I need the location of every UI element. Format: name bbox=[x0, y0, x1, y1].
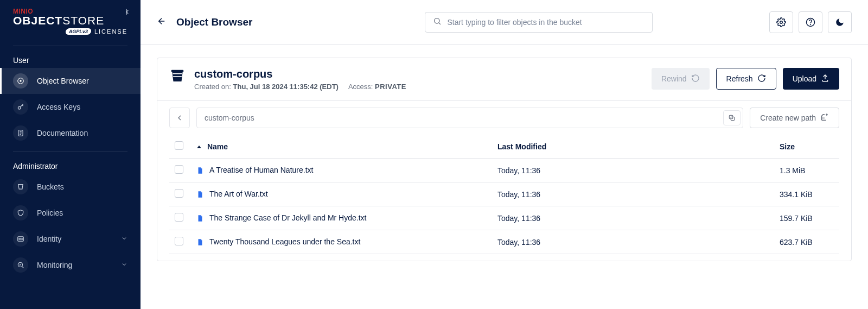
topbar: Object Browser bbox=[141, 0, 868, 45]
object-name: A Treatise of Human Nature.txt bbox=[209, 166, 313, 174]
license-badge: AGPLv3 bbox=[65, 28, 92, 35]
svg-point-7 bbox=[435, 18, 439, 23]
row-checkbox[interactable] bbox=[175, 165, 183, 174]
side-navigation: UserObject BrowserAccess KeysDocumentati… bbox=[0, 49, 141, 278]
object-name: Twenty Thousand Leagues under the Sea.tx… bbox=[209, 237, 360, 246]
chevron-down-icon bbox=[121, 261, 127, 269]
sidebar-item-monitoring[interactable]: Monitoring bbox=[0, 252, 141, 278]
object-last-modified: Today, 11:36 bbox=[497, 214, 540, 223]
svg-rect-11 bbox=[171, 70, 184, 72]
bucket-name: custom-corpus bbox=[194, 68, 643, 80]
row-checkbox[interactable] bbox=[175, 237, 183, 245]
sidebar-section-label: User bbox=[0, 49, 141, 68]
divider bbox=[13, 152, 127, 152]
upload-icon bbox=[821, 74, 829, 84]
objects-table: Name Last Modified Size A Treatise of Hu… bbox=[169, 135, 839, 254]
license-text: LICENSE bbox=[94, 28, 127, 35]
sidebar: MINIO OBJECTSTORE AGPLv3 LICENSE UserObj… bbox=[0, 0, 141, 309]
refresh-icon bbox=[757, 74, 766, 84]
table-row[interactable]: Twenty Thousand Leagues under the Sea.tx… bbox=[169, 230, 839, 254]
sidebar-item-buckets[interactable]: Buckets bbox=[0, 174, 141, 200]
shield-icon bbox=[13, 205, 28, 220]
sidebar-item-label: Identity bbox=[37, 235, 61, 243]
column-header-size[interactable]: Size bbox=[774, 135, 839, 159]
theme-toggle-button[interactable] bbox=[828, 11, 852, 33]
file-icon bbox=[196, 237, 204, 246]
row-checkbox[interactable] bbox=[175, 213, 183, 222]
sidebar-item-identity[interactable]: Identity bbox=[0, 226, 141, 252]
object-search[interactable] bbox=[425, 12, 653, 33]
bucket-icon bbox=[169, 68, 186, 86]
bucket-icon bbox=[13, 179, 28, 194]
sidebar-item-policies[interactable]: Policies bbox=[0, 200, 141, 226]
breadcrumb-back-button[interactable] bbox=[169, 108, 190, 128]
sidebar-item-access-keys[interactable]: Access Keys bbox=[0, 94, 141, 120]
svg-rect-13 bbox=[173, 76, 182, 77]
chevron-down-icon bbox=[121, 235, 127, 243]
access-value: PRIVATE bbox=[375, 83, 406, 91]
new-path-icon bbox=[820, 113, 829, 123]
sort-asc-icon bbox=[196, 142, 202, 151]
created-on-label: Created on: bbox=[194, 83, 231, 91]
create-new-path-button[interactable]: Create new path bbox=[750, 108, 839, 128]
svg-point-5 bbox=[19, 238, 21, 240]
logo: MINIO OBJECTSTORE AGPLv3 LICENSE bbox=[0, 8, 141, 40]
file-icon bbox=[196, 166, 204, 174]
access-label: Access: bbox=[348, 83, 373, 91]
settings-button[interactable] bbox=[769, 11, 793, 33]
refresh-button[interactable]: Refresh bbox=[716, 68, 776, 90]
svg-rect-12 bbox=[173, 73, 182, 74]
object-size: 334.1 KiB bbox=[780, 190, 813, 199]
disk-icon bbox=[13, 73, 28, 89]
collapse-sidebar-icon[interactable] bbox=[124, 8, 133, 18]
key-icon bbox=[13, 99, 28, 115]
file-icon bbox=[196, 213, 204, 222]
bucket-panel: custom-corpus Created on: Thu, Jul 18 20… bbox=[157, 58, 852, 261]
sidebar-item-label: Documentation bbox=[37, 129, 88, 137]
divider bbox=[13, 46, 127, 46]
svg-point-8 bbox=[780, 21, 783, 23]
main: Object Browser bbox=[141, 0, 868, 309]
sidebar-item-documentation[interactable]: Documentation bbox=[0, 120, 141, 146]
svg-point-2 bbox=[18, 106, 21, 109]
object-size: 623.7 KiB bbox=[780, 238, 813, 247]
object-name: The Strange Case of Dr Jekyll and Mr Hyd… bbox=[209, 213, 366, 222]
column-header-name[interactable]: Name bbox=[191, 135, 492, 159]
product-name: OBJECTSTORE bbox=[13, 14, 127, 27]
doc-icon bbox=[13, 125, 28, 141]
rewind-button: Rewind bbox=[652, 68, 710, 90]
sidebar-item-object-browser[interactable]: Object Browser bbox=[0, 68, 141, 94]
object-last-modified: Today, 11:36 bbox=[497, 238, 540, 247]
table-row[interactable]: A Treatise of Human Nature.txtToday, 11:… bbox=[169, 159, 839, 182]
rewind-icon bbox=[691, 74, 700, 84]
sidebar-item-label: Access Keys bbox=[37, 103, 80, 111]
sidebar-item-label: Object Browser bbox=[37, 77, 89, 85]
sidebar-item-label: Policies bbox=[37, 209, 63, 217]
breadcrumb-segment[interactable]: custom-corpus bbox=[197, 113, 262, 122]
select-all-checkbox[interactable] bbox=[175, 141, 183, 150]
copy-path-button[interactable] bbox=[723, 110, 741, 125]
row-checkbox[interactable] bbox=[175, 189, 183, 198]
back-button[interactable] bbox=[157, 16, 167, 28]
table-row[interactable]: The Art of War.txtToday, 11:36334.1 KiB bbox=[169, 182, 839, 206]
help-button[interactable] bbox=[799, 11, 822, 33]
object-last-modified: Today, 11:36 bbox=[497, 166, 540, 175]
page-title: Object Browser bbox=[176, 16, 252, 28]
file-icon bbox=[196, 190, 204, 198]
object-name: The Art of War.txt bbox=[209, 190, 268, 198]
column-header-last-modified[interactable]: Last Modified bbox=[492, 135, 774, 159]
sidebar-item-label: Buckets bbox=[37, 182, 64, 191]
svg-point-10 bbox=[810, 24, 811, 24]
object-size: 1.3 MiB bbox=[780, 166, 805, 175]
table-row[interactable]: The Strange Case of Dr Jekyll and Mr Hyd… bbox=[169, 206, 839, 230]
object-last-modified: Today, 11:36 bbox=[497, 190, 540, 199]
search-icon bbox=[433, 17, 442, 28]
monitor-icon bbox=[13, 257, 28, 273]
breadcrumb-path: custom-corpus bbox=[196, 108, 743, 128]
svg-point-1 bbox=[20, 80, 21, 81]
table-header-row: Name Last Modified Size bbox=[169, 135, 839, 159]
upload-button[interactable]: Upload bbox=[783, 68, 839, 90]
search-input[interactable] bbox=[447, 18, 644, 27]
id-icon bbox=[13, 231, 28, 247]
object-size: 159.7 KiB bbox=[780, 214, 813, 223]
